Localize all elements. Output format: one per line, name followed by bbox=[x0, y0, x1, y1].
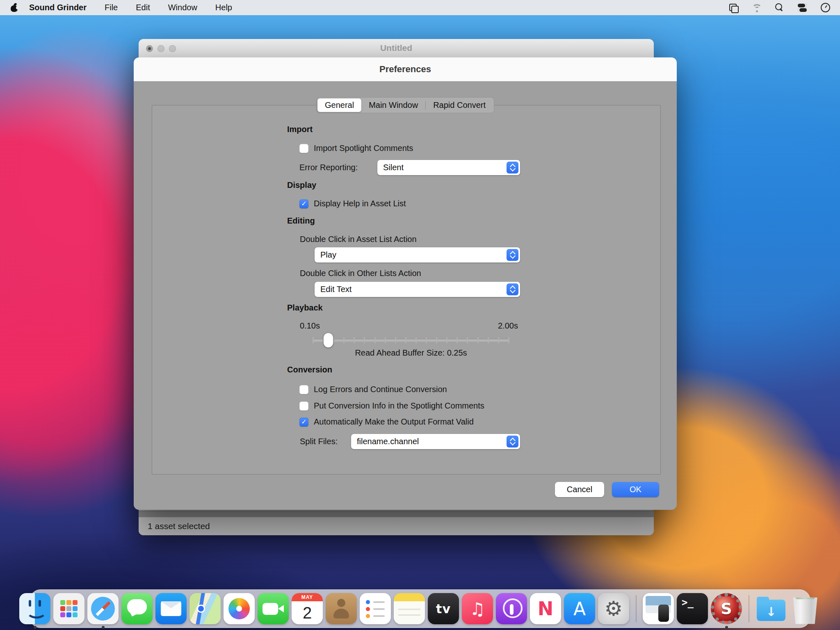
tab-rapid-convert[interactable]: Rapid Convert bbox=[426, 98, 493, 112]
section-playback: Playback bbox=[287, 303, 323, 313]
menu-file[interactable]: File bbox=[105, 3, 118, 12]
dock-grinder-utility-icon[interactable] bbox=[643, 593, 674, 624]
import-spotlight-row: Import Spotlight Comments bbox=[299, 144, 413, 153]
read-ahead-caption: Read Ahead Buffer Size: 0.25s bbox=[313, 348, 509, 358]
menu-help[interactable]: Help bbox=[215, 3, 232, 12]
dblclick-asset-value: Play bbox=[320, 250, 336, 260]
slider-min-label: 0.10s bbox=[300, 321, 320, 331]
dock-divider bbox=[636, 595, 637, 622]
window-titlebar: Untitled bbox=[139, 39, 654, 58]
tab-general[interactable]: General bbox=[317, 98, 361, 112]
conversion-info-row: Put Conversion Info in the Spotlight Com… bbox=[299, 401, 484, 411]
dock-soundgrinder-icon[interactable]: S bbox=[711, 593, 742, 624]
dock-facetime-icon[interactable] bbox=[258, 593, 289, 624]
dock-reminders-icon[interactable] bbox=[360, 593, 391, 624]
tab-main-window[interactable]: Main Window bbox=[361, 98, 425, 112]
error-reporting-value: Silent bbox=[383, 163, 404, 172]
dock-mail-icon[interactable] bbox=[155, 593, 187, 624]
dock-finder-icon[interactable] bbox=[19, 593, 50, 624]
display-help-row: Display Help in Asset List bbox=[299, 199, 406, 208]
dblclick-other-label: Double Click in Other Lists Action bbox=[300, 269, 421, 278]
split-files-label: Split Files: bbox=[300, 437, 338, 446]
clock-icon[interactable] bbox=[820, 3, 831, 13]
display-help-label[interactable]: Display Help in Asset List bbox=[314, 199, 406, 208]
section-editing: Editing bbox=[287, 216, 315, 226]
dock-tv-icon[interactable]: tv bbox=[428, 593, 459, 624]
window-title: Untitled bbox=[139, 43, 654, 53]
conversion-info-checkbox[interactable] bbox=[299, 402, 308, 411]
running-indicator bbox=[725, 626, 728, 629]
dock-launchpad-icon[interactable] bbox=[53, 593, 84, 624]
dblclick-asset-label: Double Click in Asset List Action bbox=[300, 235, 417, 244]
auto-valid-row: Automatically Make the Output Format Val… bbox=[299, 417, 474, 427]
error-reporting-label: Error Reporting: bbox=[299, 163, 358, 172]
cancel-button[interactable]: Cancel bbox=[555, 482, 604, 497]
dock-contacts-icon[interactable] bbox=[326, 593, 357, 624]
dock-calendar-icon[interactable]: MAY2 bbox=[292, 593, 323, 624]
dblclick-asset-popup[interactable]: Play bbox=[315, 247, 520, 262]
popup-stepper-icon bbox=[507, 436, 518, 447]
menu-window[interactable]: Window bbox=[168, 3, 197, 12]
slider-ticks bbox=[313, 337, 509, 343]
slider-max-label: 2.00s bbox=[498, 321, 518, 331]
dock-trash-icon[interactable] bbox=[790, 593, 821, 624]
preferences-dialog: Preferences General Main Window Rapid Co… bbox=[134, 57, 677, 510]
running-indicator bbox=[102, 626, 105, 629]
control-center-icon[interactable] bbox=[797, 3, 808, 13]
spotlight-search-icon[interactable] bbox=[774, 3, 785, 13]
wifi-icon[interactable] bbox=[751, 3, 762, 13]
dock-notes-icon[interactable] bbox=[394, 593, 425, 624]
section-conversion: Conversion bbox=[287, 365, 332, 374]
dock-news-icon[interactable]: N bbox=[530, 593, 561, 624]
log-errors-label[interactable]: Log Errors and Continue Conversion bbox=[314, 385, 447, 394]
auto-valid-checkbox[interactable] bbox=[299, 418, 308, 427]
slider-thumb[interactable] bbox=[324, 333, 333, 347]
running-indicator bbox=[34, 626, 37, 629]
menu-edit[interactable]: Edit bbox=[136, 3, 150, 12]
status-bar: 1 asset selected bbox=[139, 517, 654, 535]
auto-valid-label[interactable]: Automatically Make the Output Format Val… bbox=[314, 417, 474, 427]
split-files-popup[interactable]: filename.channel bbox=[351, 434, 520, 449]
read-ahead-slider bbox=[313, 333, 509, 348]
popup-stepper-icon bbox=[507, 283, 518, 295]
dock-maps-icon[interactable] bbox=[189, 593, 221, 624]
dock-safari-icon[interactable] bbox=[87, 593, 119, 624]
apple-menu-icon[interactable] bbox=[11, 4, 18, 12]
menu-bar: Sound Grinder File Edit Window Help bbox=[0, 0, 840, 15]
import-spotlight-label[interactable]: Import Spotlight Comments bbox=[314, 144, 413, 153]
dock-photos-icon[interactable] bbox=[224, 593, 255, 624]
dock-podcasts-icon[interactable] bbox=[496, 593, 527, 624]
dialog-title: Preferences bbox=[134, 57, 677, 81]
log-errors-checkbox[interactable] bbox=[299, 385, 308, 394]
status-text: 1 asset selected bbox=[148, 521, 210, 531]
app-menu-title[interactable]: Sound Grinder bbox=[29, 3, 87, 12]
dock: MAY2tv♫NA⚙>_S↓ bbox=[30, 589, 810, 628]
section-display: Display bbox=[287, 180, 316, 190]
popup-stepper-icon bbox=[507, 249, 518, 261]
dock-terminal-icon[interactable]: >_ bbox=[677, 593, 708, 624]
split-files-value: filename.channel bbox=[357, 437, 419, 446]
error-reporting-popup[interactable]: Silent bbox=[377, 160, 520, 175]
dblclick-other-popup[interactable]: Edit Text bbox=[315, 282, 520, 297]
import-spotlight-checkbox[interactable] bbox=[299, 144, 308, 153]
dock-divider bbox=[749, 595, 749, 622]
dblclick-other-value: Edit Text bbox=[320, 285, 352, 294]
log-errors-row: Log Errors and Continue Conversion bbox=[299, 385, 447, 394]
dock-messages-icon[interactable] bbox=[121, 593, 153, 624]
stacked-windows-icon[interactable] bbox=[728, 3, 739, 13]
ok-button[interactable]: OK bbox=[612, 482, 659, 497]
display-help-checkbox[interactable] bbox=[299, 199, 308, 208]
dock-downloads-icon[interactable]: ↓ bbox=[756, 593, 787, 624]
section-import: Import bbox=[287, 125, 313, 134]
dock-music-icon[interactable]: ♫ bbox=[462, 593, 493, 624]
conversion-info-label[interactable]: Put Conversion Info in the Spotlight Com… bbox=[314, 401, 484, 411]
dock-sysprefs-icon[interactable]: ⚙ bbox=[598, 593, 629, 624]
dock-appstore-icon[interactable]: A bbox=[564, 593, 595, 624]
tab-control: General Main Window Rapid Convert bbox=[316, 97, 494, 113]
popup-stepper-icon bbox=[507, 162, 518, 173]
